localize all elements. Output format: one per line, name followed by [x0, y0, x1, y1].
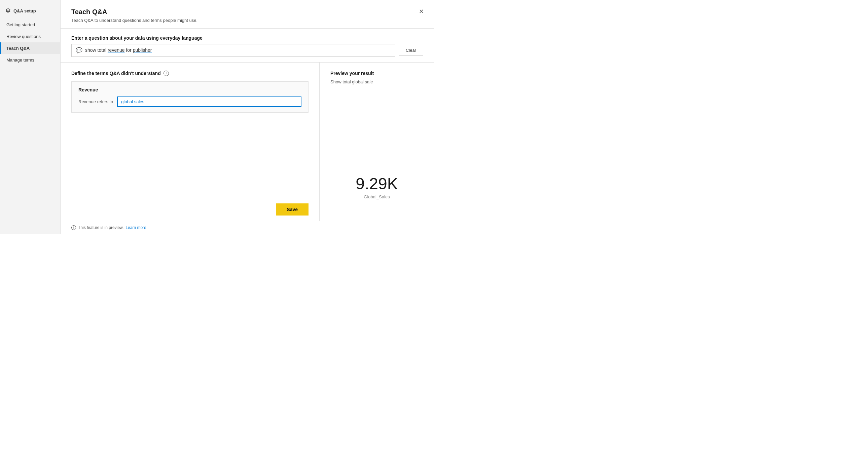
- footer: i This feature is in preview. Learn more: [61, 221, 434, 234]
- term-card: Revenue Revenue refers to: [71, 81, 309, 113]
- page-title: Teach Q&A: [71, 8, 423, 16]
- term-refers-label: Revenue refers to: [79, 99, 113, 104]
- define-terms-header: Define the terms Q&A didn't understand i: [71, 71, 309, 76]
- save-area: Save: [71, 199, 309, 215]
- main-content: Teach Q&A Teach Q&A to understand questi…: [61, 0, 434, 234]
- page-subtitle: Teach Q&A to understand questions and te…: [71, 18, 423, 23]
- save-button[interactable]: Save: [276, 203, 309, 215]
- info-icon[interactable]: i: [163, 71, 169, 76]
- question-input-wrapper[interactable]: 💬 show total revenue for publisher: [71, 44, 395, 57]
- preview-value-label: Global_Sales: [364, 194, 390, 199]
- left-panel: Define the terms Q&A didn't understand i…: [61, 63, 320, 221]
- define-terms-label: Define the terms Q&A didn't understand: [71, 71, 161, 76]
- learn-more-link[interactable]: Learn more: [125, 225, 146, 230]
- sidebar-nav: Getting started Review questions Teach Q…: [0, 19, 60, 66]
- sidebar-item-getting-started[interactable]: Getting started: [0, 19, 60, 31]
- sidebar-header-label: Q&A setup: [13, 8, 36, 13]
- header: Teach Q&A Teach Q&A to understand questi…: [61, 0, 434, 29]
- preview-value: 9.29K: [355, 174, 398, 193]
- question-term-revenue: revenue: [108, 47, 125, 53]
- right-panel: Preview your result Show total global sa…: [320, 63, 434, 221]
- gear-icon: [5, 8, 11, 13]
- preview-subtitle: Show total global sale: [330, 79, 423, 85]
- content-panels: Define the terms Q&A didn't understand i…: [61, 63, 434, 221]
- term-refers-input[interactable]: [117, 97, 302, 107]
- footer-text: This feature is in preview.: [78, 225, 123, 230]
- question-area: Enter a question about your data using e…: [61, 29, 434, 63]
- clear-button[interactable]: Clear: [399, 45, 423, 56]
- question-input-text[interactable]: show total revenue for publisher: [85, 47, 152, 54]
- term-refers-row: Revenue refers to: [79, 97, 302, 107]
- question-input-row: 💬 show total revenue for publisher Clear: [71, 44, 423, 57]
- close-button[interactable]: ✕: [416, 7, 426, 16]
- footer-info-icon: i: [71, 225, 76, 230]
- left-panel-inner: Define the terms Q&A didn't understand i…: [71, 71, 309, 215]
- preview-title: Preview your result: [330, 71, 423, 76]
- sidebar-item-teach-qa[interactable]: Teach Q&A: [0, 42, 60, 54]
- sidebar-item-manage-terms[interactable]: Manage terms: [0, 54, 60, 66]
- question-term-publisher: publisher: [133, 47, 152, 53]
- sidebar-header: Q&A setup: [0, 5, 60, 19]
- sidebar-item-review-questions[interactable]: Review questions: [0, 31, 60, 42]
- term-card-title: Revenue: [79, 87, 302, 93]
- chat-icon: 💬: [76, 47, 83, 54]
- sidebar: Q&A setup Getting started Review questio…: [0, 0, 61, 234]
- question-label: Enter a question about your data using e…: [71, 35, 423, 41]
